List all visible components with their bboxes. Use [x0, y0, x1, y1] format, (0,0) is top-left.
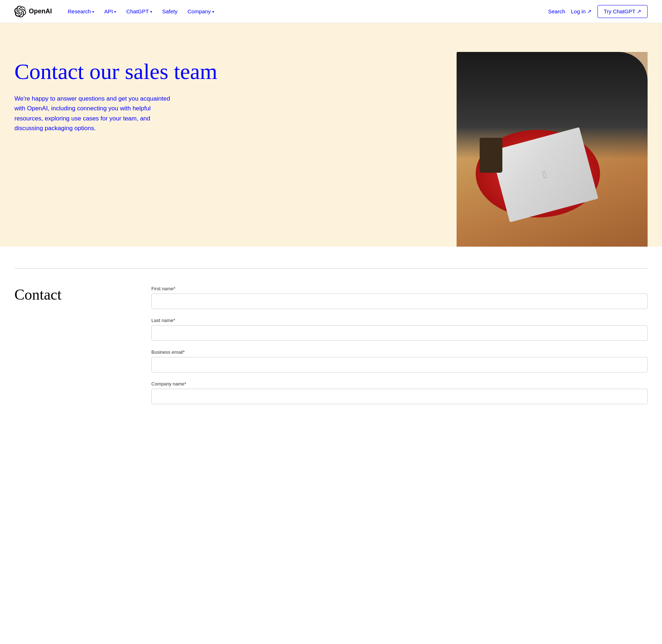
nav-item-research[interactable]: Research ▾: [63, 5, 98, 17]
first-name-field: First name*: [151, 286, 648, 309]
contact-form: First name* Last name* Business email* C…: [151, 286, 648, 413]
coffee-cup-element: [480, 138, 503, 173]
header-left: OpenAI Research ▾ API ▾ ChatGPT ▾ Safety…: [14, 5, 218, 17]
logo-text: OpenAI: [29, 8, 52, 15]
try-chatgpt-button[interactable]: Try ChatGPT ↗: [597, 5, 648, 18]
business-email-field: Business email*: [151, 349, 648, 372]
contact-layout: Contact First name* Last name* Business …: [14, 286, 648, 413]
nav-item-api[interactable]: API ▾: [100, 5, 120, 17]
chevron-down-icon: ▾: [212, 10, 214, 14]
logo[interactable]: OpenAI: [14, 6, 52, 17]
contact-divider: [14, 268, 648, 269]
hero-section: Contact our sales team We're happy to an…: [0, 23, 662, 247]
first-name-label: First name*: [151, 286, 648, 291]
chevron-down-icon: ▾: [150, 10, 152, 14]
hero-image: : [331, 52, 648, 247]
last-name-field: Last name*: [151, 318, 648, 341]
contact-section: Contact First name* Last name* Business …: [0, 247, 662, 435]
hero-description: We're happy to answer questions and get …: [14, 94, 180, 133]
last-name-label: Last name*: [151, 318, 648, 323]
last-name-input[interactable]: [151, 325, 648, 341]
login-link[interactable]: Log in ↗: [571, 8, 592, 15]
search-link[interactable]: Search: [548, 8, 565, 14]
chevron-down-icon: ▾: [92, 10, 94, 14]
contact-heading: Contact: [14, 286, 123, 303]
hero-content: Contact our sales team We're happy to an…: [14, 52, 299, 162]
main-nav: Research ▾ API ▾ ChatGPT ▾ Safety Compan…: [63, 5, 218, 17]
first-name-input[interactable]: [151, 294, 648, 309]
nav-item-safety[interactable]: Safety: [158, 5, 182, 17]
openai-logo-icon: [14, 6, 26, 17]
nav-item-company[interactable]: Company ▾: [183, 5, 218, 17]
apple-logo-icon: : [541, 168, 548, 181]
business-email-input[interactable]: [151, 357, 648, 372]
hero-title: Contact our sales team: [14, 59, 299, 84]
header-right: Search Log in ↗ Try ChatGPT ↗: [548, 5, 648, 18]
company-name-label: Company name*: [151, 381, 648, 387]
company-name-field: Company name*: [151, 381, 648, 404]
scene: : [457, 52, 648, 247]
chevron-down-icon: ▾: [114, 10, 116, 14]
company-name-input[interactable]: [151, 389, 648, 404]
contact-label: Contact: [14, 286, 123, 303]
business-email-label: Business email*: [151, 349, 648, 355]
header: OpenAI Research ▾ API ▾ ChatGPT ▾ Safety…: [0, 0, 662, 23]
hero-image-placeholder: : [457, 52, 648, 247]
nav-item-chatgpt[interactable]: ChatGPT ▾: [122, 5, 156, 17]
